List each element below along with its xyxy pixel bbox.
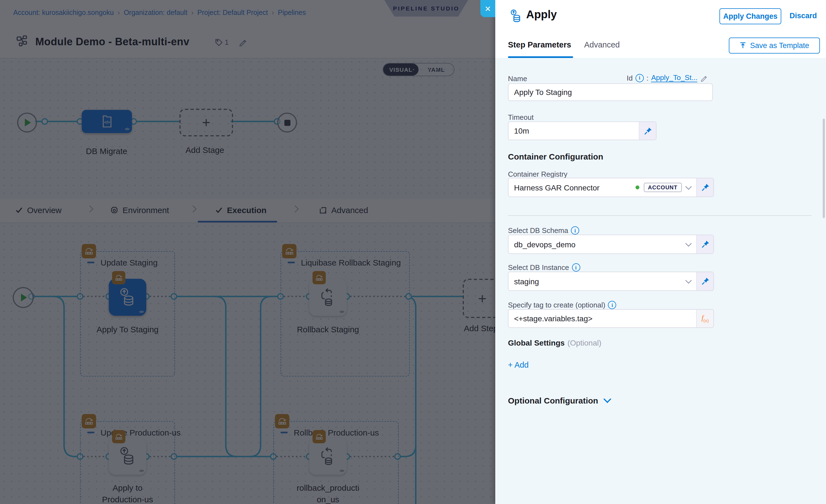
tab-step-parameters[interactable]: Step Parameters [508,40,571,49]
chevron-down-icon[interactable] [686,277,692,284]
info-icon[interactable]: i [636,74,644,82]
runtime-pin-button[interactable] [696,272,713,290]
pin-icon [644,127,652,135]
save-as-template-label: Save as Template [750,42,809,50]
info-icon[interactable]: i [572,263,580,271]
add-global-setting-link[interactable]: + Add [508,361,529,369]
db-instance-select[interactable]: staging [509,272,696,290]
id-separator: : [647,74,648,82]
timeout-field-group [508,121,656,140]
db-schema-select[interactable]: db_devops_demo [509,235,696,253]
timeout-input[interactable] [514,122,633,140]
apply-changes-button[interactable]: Apply Changes [719,8,781,24]
tag-to-create-label-text: Specify tag to create (optional) [508,301,605,309]
tag-field-group: f(x) [508,309,714,328]
drawer-tabs: Step Parameters Advanced Save as Templat… [495,32,826,59]
timeout-label: Timeout [508,113,534,121]
runtime-pin-button[interactable] [696,178,713,196]
edit-id-icon[interactable] [700,74,708,82]
pin-icon [701,183,709,192]
id-label: Id [627,74,633,82]
runtime-pin-button[interactable] [696,235,713,253]
db-schema-label-text: Select DB Schema [508,226,568,235]
db-instance-field-group: staging [508,271,714,291]
container-configuration-heading: Container Configuration [508,152,603,161]
db-schema-field-group: db_devops_demo [508,235,714,254]
active-tab-underline [508,56,573,58]
runtime-pin-button[interactable] [639,122,656,140]
drawer-content: Name Id i : Apply_To_St... Timeout [495,58,826,504]
global-settings-optional: (Optional) [567,338,601,347]
global-settings-label: Global Settings [508,338,565,347]
pipeline-studio-pane: Account: kurosakiichigo.songoku›Organiza… [0,0,495,504]
optional-configuration-label: Optional Configuration [508,396,598,405]
chevron-down-icon[interactable] [686,183,692,190]
global-settings-row: Global Settings (Optional) [508,338,601,347]
container-registry-select[interactable]: Harness GAR Connector ACCOUNT [509,178,696,196]
connector-status-dot [635,185,639,189]
chevron-down-icon [603,395,611,403]
close-icon: ✕ [484,4,491,13]
tag-to-create-label: Specify tag to create (optional) i [508,301,616,309]
info-icon[interactable]: i [571,226,579,235]
name-label: Name [508,74,527,83]
app-root: Account: kurosakiichigo.songoku›Organiza… [0,0,826,504]
drawer-title: Apply [526,8,557,21]
tag-input[interactable] [514,310,691,327]
chevron-down-icon[interactable] [686,240,692,247]
tab-advanced[interactable]: Advanced [584,40,620,49]
name-field-wrap [508,83,713,101]
db-schema-value: db_devops_demo [514,240,682,249]
timeout-field [509,122,639,140]
db-instance-value: staging [514,277,682,286]
container-registry-value: Harness GAR Connector [514,183,631,192]
drawer-backdrop[interactable] [0,0,495,504]
apply-changes-label: Apply Changes [723,12,778,20]
pin-icon [701,240,709,248]
drawer-scrollbar[interactable] [823,119,825,218]
db-instance-label-text: Select DB Instance [508,263,569,271]
apply-step-icon [509,9,523,24]
expression-fx-button[interactable]: f(x) [696,310,713,327]
pin-icon [701,277,709,286]
discard-button[interactable]: Discard [789,12,817,20]
step-config-drawer: Apply Apply Changes Discard Step Paramet… [495,0,826,504]
upload-template-icon [740,42,747,49]
info-icon[interactable]: i [608,301,616,309]
optional-configuration-toggle[interactable]: Optional Configuration [508,396,610,405]
container-registry-label: Container Registry [508,170,567,178]
close-drawer-button[interactable]: ✕ [480,0,495,17]
db-instance-label: Select DB Instance i [508,263,580,271]
step-id-row: Id i : Apply_To_St... [627,73,708,82]
fx-icon: f(x) [702,314,709,323]
container-registry-field-group: Harness GAR Connector ACCOUNT [508,178,714,197]
scope-badge: ACCOUNT [644,183,682,192]
tag-field [509,310,696,327]
step-id-link[interactable]: Apply_To_St... [651,73,698,82]
save-as-template-button[interactable]: Save as Template [729,38,820,54]
name-input[interactable] [508,83,713,101]
section-divider [508,215,812,216]
drawer-header: Apply Apply Changes Discard [495,0,826,32]
db-schema-label: Select DB Schema i [508,226,579,235]
